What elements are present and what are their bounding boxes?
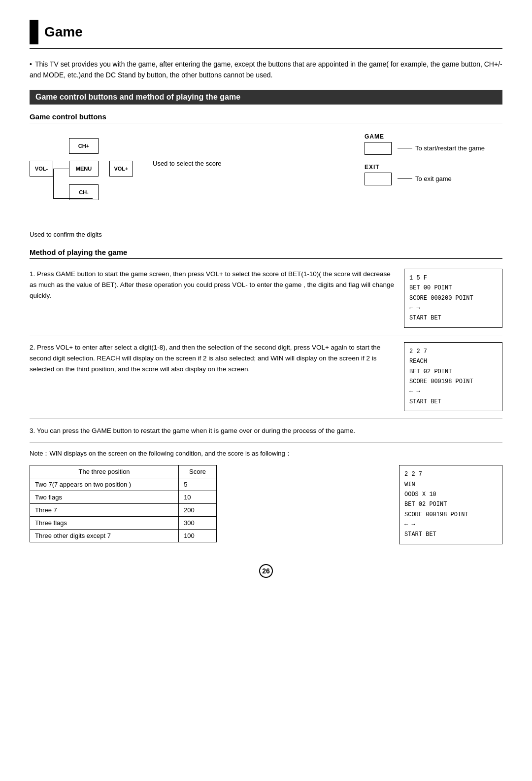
screen1-box: 1 5 F BET 00 POINT SCORE 000200 POINT ← … <box>404 269 502 328</box>
s3-l7: START BET <box>404 530 497 539</box>
step2-block: 2. Press VOL+ to enter after select a di… <box>30 342 502 419</box>
table-cell: Three 7 <box>30 504 179 517</box>
exit-desc: To exit game <box>415 175 452 182</box>
step1-text: 1. Press GAME button to start the game s… <box>30 269 394 328</box>
table-cell: 5 <box>179 478 217 491</box>
screens-right: 2 2 7 WIN OODS X 10 BET 02 POINT SCORE 0… <box>399 465 502 544</box>
table-row: Three flags300 <box>30 517 217 530</box>
note-block: Note：WIN displays on the screen on the f… <box>30 449 502 459</box>
title-accent-bar <box>30 20 38 44</box>
exit-button[interactable] <box>365 173 392 185</box>
table-row: Two 7(7 appears on two position )5 <box>30 478 217 491</box>
table-header-position: The three position <box>30 465 179 478</box>
vol-minus-button[interactable]: VOL- <box>30 161 53 177</box>
score-table-area: The three position Score Two 7(7 appears… <box>30 465 384 552</box>
table-row: Three other digits except 7100 <box>30 530 217 542</box>
s1-l3: SCORE 000200 POINT <box>409 293 497 303</box>
s2-l6: START BET <box>409 397 497 407</box>
game-dash <box>398 148 412 148</box>
table-cell: 100 <box>179 530 217 542</box>
intro-text: This TV set provides you with the game, … <box>30 59 502 81</box>
s3-l1: 2 2 7 <box>404 469 497 479</box>
game-exit-area: GAME To start/restart the game EXIT To e… <box>365 133 502 185</box>
exit-dash <box>398 178 412 179</box>
vol-plus-button[interactable]: VOL+ <box>109 161 133 177</box>
digits-label: Used to confirm the digits <box>30 231 148 238</box>
step2-text: 2. Press VOL+ to enter after select a di… <box>30 342 394 411</box>
exit-label: EXIT <box>365 164 502 171</box>
s1-l2: BET 00 POINT <box>409 283 497 293</box>
line-vertical <box>53 169 54 198</box>
table-cell: 10 <box>179 491 217 504</box>
menu-button[interactable]: MENU <box>69 161 99 177</box>
table-cell: 300 <box>179 517 217 530</box>
page-number: 26 <box>259 564 273 578</box>
screen3-box: 2 2 7 WIN OODS X 10 BET 02 POINT SCORE 0… <box>399 465 502 544</box>
table-row: Two flags10 <box>30 491 217 504</box>
table-header-score: Score <box>179 465 217 478</box>
table-cell: Two 7(7 appears on two position ) <box>30 478 179 491</box>
s1-l1: 1 5 F <box>409 273 497 283</box>
s2-l1: 2 2 7 <box>409 347 497 356</box>
screen2: 2 2 7 REACH BET 02 POINT SCORE 000198 PO… <box>404 342 502 411</box>
table-row: Three 7200 <box>30 504 217 517</box>
table-cell: Two flags <box>30 491 179 504</box>
s2-l2: REACH <box>409 356 497 366</box>
game-desc: To start/restart the game <box>415 144 485 152</box>
screen2-box: 2 2 7 REACH BET 02 POINT SCORE 000198 PO… <box>404 342 502 411</box>
s2-l5: ← → <box>409 387 497 396</box>
table-cell: 200 <box>179 504 217 517</box>
step3-block: 3. You can press the GAME button to rest… <box>30 426 502 443</box>
s1-l4: ← → <box>409 303 497 313</box>
page-number-area: 26 <box>30 564 502 578</box>
screen1: 1 5 F BET 00 POINT SCORE 000200 POINT ← … <box>404 269 502 328</box>
s3-l5: SCORE 000198 POINT <box>404 510 497 520</box>
step1-block: 1. Press GAME button to start the game s… <box>30 269 502 335</box>
s2-l3: BET 02 POINT <box>409 367 497 377</box>
s1-l5: START BET <box>409 313 497 323</box>
bottom-row: The three position Score Two 7(7 appears… <box>30 465 502 552</box>
sub-heading-method: Method of playing the game <box>30 248 502 259</box>
score-label: Used to select the score <box>153 159 360 169</box>
game-button[interactable] <box>365 142 392 155</box>
line-bottom <box>53 198 93 199</box>
table-cell: Three flags <box>30 517 179 530</box>
s3-l3: OODS X 10 <box>404 490 497 499</box>
sub-heading-controls: Game control buttons <box>30 112 502 123</box>
page-title: Game <box>44 24 83 40</box>
controls-diagram: CH+ VOL- MENU VOL+ CH- Used to confirm t… <box>30 133 502 238</box>
title-section: Game <box>30 20 502 49</box>
ch-plus-button[interactable]: CH+ <box>69 138 99 154</box>
s3-l6: ← → <box>404 520 497 530</box>
line-left <box>53 169 69 169</box>
s2-l4: SCORE 000198 POINT <box>409 377 497 387</box>
s3-l2: WIN <box>404 480 497 490</box>
s3-l4: BET 02 POINT <box>404 499 497 509</box>
dpad-area: CH+ VOL- MENU VOL+ CH- Used to confirm t… <box>30 133 148 238</box>
step3-text: 3. You can press the GAME button to rest… <box>30 427 355 434</box>
section-heading: Game control buttons and method of playi… <box>30 90 502 105</box>
table-cell: Three other digits except 7 <box>30 530 179 542</box>
score-table: The three position Score Two 7(7 appears… <box>30 465 217 542</box>
score-label-area: Used to select the score <box>153 133 360 169</box>
game-label: GAME <box>365 133 502 140</box>
intro-paragraph: This TV set provides you with the game, … <box>30 59 502 81</box>
